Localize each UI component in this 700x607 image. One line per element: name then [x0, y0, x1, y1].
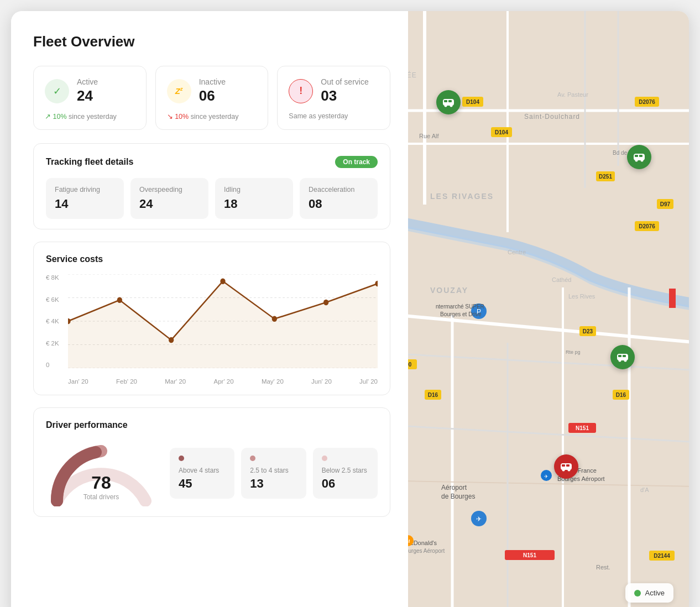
svg-rect-49 [669, 289, 676, 308]
svg-rect-85 [635, 155, 638, 157]
legend-dot [634, 590, 641, 596]
svg-point-93 [562, 468, 565, 471]
below25-dot [322, 456, 327, 461]
outofservice-icon: ! [289, 79, 313, 103]
svg-text:D104: D104 [495, 129, 508, 135]
tracking-overspeeding: Overspeeding 24 [130, 178, 208, 219]
svg-text:LES RIVAGES: LES RIVAGES [430, 192, 494, 201]
inactive-value: 06 [199, 87, 226, 104]
svg-text:D16: D16 [616, 392, 626, 398]
page-title: Fleet Overview [33, 33, 390, 50]
deacceleration-value: 08 [309, 197, 369, 211]
stat-card-inactive: Zz Inactive 06 ↘ 10% since yesterday [155, 66, 269, 130]
inactive-icon: Zz [167, 79, 191, 103]
svg-text:D23: D23 [583, 328, 593, 334]
driver-stats-row: Above 4 stars 45 2.5 to 4 stars 13 Below… [170, 448, 378, 499]
svg-rect-86 [639, 155, 642, 157]
x-label-feb: Feb' 20 [116, 378, 137, 385]
tracking-section: Tracking fleet details On track Fatigue … [33, 143, 390, 229]
svg-point-89 [624, 359, 626, 362]
svg-text:Rue Alf: Rue Alf [419, 133, 439, 139]
svg-text:Aéroport: Aéroport [441, 484, 467, 491]
y-label-2k: € 2K [46, 340, 66, 347]
svg-text:ntermarché SUPER: ntermarché SUPER [436, 304, 484, 310]
below25-label: Below 2.5 stars [322, 467, 369, 474]
stat-card-outofservice: ! Out of service 03 Same as yesterday [277, 66, 390, 130]
service-costs-chart: € 8K € 6K € 4K € 2K 0 [46, 274, 378, 385]
svg-point-78 [444, 104, 447, 107]
map-legend: Active [625, 583, 673, 603]
svg-marker-5 [68, 281, 378, 368]
gauge-center: 78 Total drivers [83, 473, 119, 501]
active-label: Active [77, 77, 98, 86]
on-track-badge: On track [335, 156, 378, 168]
x-label-jun: Jun' 20 [311, 378, 332, 385]
map-background[interactable]: D104 D104 D2076 D2076 D251 D97 D23 400 D… [408, 11, 689, 607]
svg-text:D16: D16 [428, 392, 438, 398]
legend-label: Active [645, 589, 665, 597]
svg-text:D2076: D2076 [639, 99, 655, 105]
svg-text:Centre: Centre [508, 249, 526, 255]
active-trend-value: 10% [53, 113, 66, 121]
mid-value: 13 [250, 477, 297, 491]
stat-cards-row: ✓ Active 24 ↗ 10% since yesterday Zz [33, 66, 390, 130]
above4-label: Above 4 stars [179, 467, 226, 474]
svg-text:Cathéd: Cathéd [552, 276, 571, 283]
active-footer: ↗ 10% since yesterday [45, 112, 135, 121]
tracking-title: Tracking fleet details [46, 157, 133, 167]
inactive-trend-value: 10% [175, 113, 189, 121]
svg-text:✈: ✈ [476, 515, 482, 523]
svg-point-84 [641, 159, 644, 161]
overspeeding-label: Overspeeding [139, 186, 200, 193]
map-marker-3 [610, 345, 635, 369]
above4-value: 45 [179, 477, 226, 491]
chart-dot-mar [169, 337, 174, 343]
chart-y-labels: € 8K € 6K € 4K € 2K 0 [46, 274, 66, 368]
gauge-number: 78 [83, 473, 119, 493]
svg-text:LÉE: LÉE [408, 71, 417, 79]
driver-stat-mid: 2.5 to 4 stars 13 [241, 448, 306, 499]
stat-card-active: ✓ Active 24 ↗ 10% since yesterday [33, 66, 147, 130]
tracking-grid: Fatigue driving 14 Overspeeding 24 Idlin… [46, 178, 378, 219]
svg-rect-81 [448, 100, 452, 102]
svg-text:ourges Aéroport: ourges Aéroport [408, 548, 445, 554]
driver-perf-content: 78 Total drivers Above 4 stars 45 2.5 to… [46, 440, 378, 506]
left-panel: Fleet Overview ✓ Active 24 ↗ 10% since y… [11, 11, 408, 607]
driver-performance-section: Driver performance 78 Total drivers [33, 407, 390, 517]
chart-dot-apr [220, 278, 225, 284]
svg-text:VOUZAY: VOUZAY [430, 286, 468, 295]
x-label-jul: Jul' 20 [359, 378, 378, 385]
service-costs-section: Service costs € 8K € 6K € 4K € 2K 0 [33, 242, 390, 395]
y-label-4k: € 4K [46, 318, 66, 325]
active-trend-label: since yesterday [69, 113, 117, 121]
service-costs-header: Service costs [46, 254, 378, 264]
svg-point-88 [618, 359, 621, 362]
chart-dot-feb [117, 297, 122, 303]
oos-footer: Same as yesterday [289, 112, 379, 120]
x-label-may: May' 20 [262, 378, 284, 385]
active-label-group: Active 24 [77, 77, 98, 104]
tracking-fatigue: Fatigue driving 14 [46, 178, 124, 219]
svg-rect-80 [444, 100, 447, 102]
chart-svg [68, 274, 378, 368]
map-marker-4 [554, 454, 578, 479]
chart-x-labels: Jan' 20 Feb' 20 Mar' 20 Apr' 20 May' 20 … [68, 378, 378, 385]
inactive-label-group: Inactive 06 [199, 77, 226, 104]
map-marker-2 [627, 145, 651, 169]
svg-text:✈: ✈ [544, 474, 548, 479]
idling-label: Idling [224, 186, 284, 193]
svg-text:Av. Pasteur: Av. Pasteur [557, 91, 588, 98]
x-label-mar: Mar' 20 [165, 378, 186, 385]
mid-dot [250, 456, 255, 461]
svg-text:D104: D104 [466, 99, 479, 105]
svg-point-79 [450, 104, 452, 107]
svg-text:M: M [408, 538, 410, 544]
svg-text:D2076: D2076 [639, 223, 655, 229]
driver-stat-below25: Below 2.5 stars 06 [313, 448, 378, 499]
svg-rect-96 [566, 464, 570, 467]
map-panel: D104 D104 D2076 D2076 D251 D97 D23 400 D… [408, 11, 689, 607]
inactive-label: Inactive [199, 77, 226, 86]
inactive-trend-icon: ↘ [167, 113, 173, 121]
svg-text:Bourges et Drive: Bourges et Drive [440, 311, 482, 317]
svg-text:D97: D97 [660, 201, 671, 207]
